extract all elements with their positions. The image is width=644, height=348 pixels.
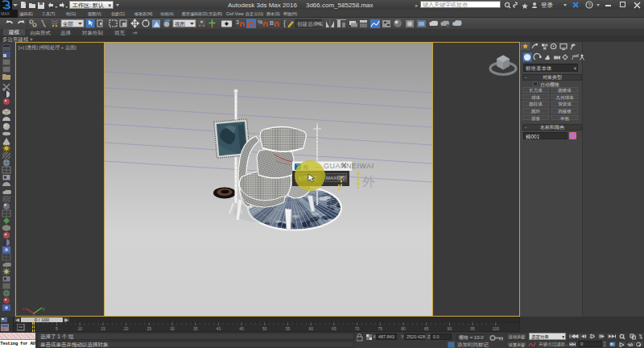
- svg-text:5: 5: [56, 326, 58, 331]
- svg-text:?: ?: [588, 2, 591, 8]
- svg-text:外: 外: [362, 175, 375, 188]
- svg-text:y: y: [43, 306, 45, 311]
- svg-text:80: 80: [401, 326, 406, 331]
- svg-text:全部: 全部: [63, 21, 73, 27]
- svg-text:60: 60: [308, 326, 313, 331]
- svg-text:90: 90: [448, 326, 452, 331]
- svg-text:视图: 视图: [175, 21, 185, 27]
- svg-text:10: 10: [77, 326, 82, 331]
- svg-text:100: 100: [493, 326, 500, 331]
- svg-text:35: 35: [193, 326, 198, 331]
- svg-text:75: 75: [378, 326, 383, 331]
- svg-text:50: 50: [262, 326, 267, 331]
- svg-text:B: B: [270, 19, 274, 27]
- svg-text:{: {: [283, 19, 286, 27]
- svg-text:45: 45: [239, 326, 244, 331]
- svg-text:40: 40: [217, 326, 221, 331]
- svg-text:创建选择集: 创建选择集: [297, 21, 324, 27]
- svg-text:25: 25: [147, 326, 152, 331]
- svg-text:65: 65: [332, 326, 336, 331]
- svg-text:30: 30: [170, 326, 175, 331]
- svg-text:85: 85: [424, 326, 429, 331]
- svg-text:70: 70: [355, 326, 360, 331]
- svg-text:20: 20: [124, 326, 129, 331]
- svg-text:%: %: [258, 19, 262, 25]
- svg-text:x: x: [23, 306, 25, 311]
- svg-text:95: 95: [470, 326, 475, 331]
- svg-text:55: 55: [286, 326, 291, 331]
- svg-text:3: 3: [236, 19, 239, 25]
- svg-text:15: 15: [101, 326, 105, 331]
